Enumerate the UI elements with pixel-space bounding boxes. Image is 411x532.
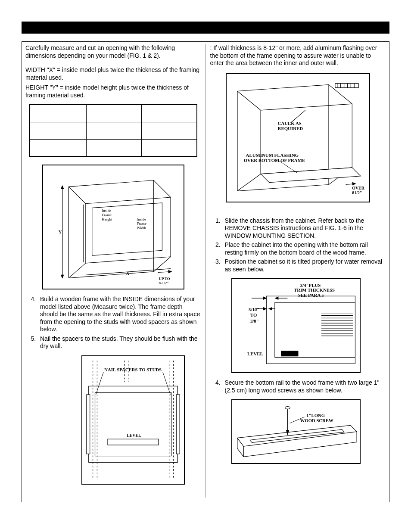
svg-rect-15 [89,386,178,462]
svg-rect-38 [275,302,355,358]
svg-rect-16 [95,392,171,456]
svg-text:3/4"PLUSTRIM THICKNESSSEE PARA: 3/4"PLUSTRIM THICKNESSSEE PARA 5 [294,283,335,298]
r-step-4: Secure the bottom rail to the wood frame… [222,379,386,394]
right-steps-b: Secure the bottom rail to the wood frame… [210,379,386,396]
figure-tilt-level: 3/4"PLUSTRIM THICKNESSSEE PARA 5 5/16"TO… [231,278,361,373]
svg-rect-25 [335,83,358,87]
figure-frame-isometric: Y X InsideFrameHeight InsideFrameWidth U… [42,165,184,289]
step-5: Nail the spacers to the studs. They shou… [37,335,201,350]
right-column: : If wall thickness is 8-12" or more, ad… [210,44,386,498]
right-steps-a: Slide the chassis from the cabinet. Refe… [210,217,386,275]
r-step-3: Position the cabinet so it is tilted pro… [222,258,386,273]
svg-text:CAULK ASREQUIRED: CAULK ASREQUIRED [277,121,303,131]
width-def: WIDTH "X" = inside model plus twice the … [25,66,201,81]
left-column: Carefully measure and cut an opening wit… [25,44,201,498]
svg-text:OVER81/2": OVER81/2" [352,186,364,195]
r-step-1: Slide the chassis from the cabinet. Refe… [222,217,386,240]
svg-point-58 [285,407,290,409]
svg-rect-49 [281,351,298,356]
svg-text:InsideFrameWidth: InsideFrameWidth [137,217,146,230]
svg-text:LEVEL: LEVEL [127,433,141,438]
svg-rect-18 [87,395,90,454]
figure-aluminum-flashing: CAULK ASREQUIRED ALUMINUM FLASHINGOVER B… [226,73,370,202]
height-def: HEIGHT "Y" = inside model height plus tw… [25,84,201,99]
step-4: Build a wooden frame with the INSIDE dim… [37,296,201,333]
svg-text:LEVEL: LEVEL [248,351,264,356]
dimensions-table [29,104,197,157]
svg-text:Y: Y [59,229,62,234]
section-header-bar [22,22,389,34]
left-steps: Build a wooden frame with the INSIDE dim… [25,296,201,352]
content-box: Carefully measure and cut an opening wit… [22,41,389,502]
svg-text:UP TO8-1/2": UP TO8-1/2" [159,277,170,285]
flashing-note: : If wall thickness is 8-12" or more, ad… [210,44,386,67]
figure-nail-spacers: NAIL SPACERS TO STUDS LEVEL [81,355,185,485]
svg-text:ALUMINUM FLASHINGOVER BOTTOM O: ALUMINUM FLASHINGOVER BOTTOM OF FRAME [243,152,305,163]
svg-text:NAIL SPACERS TO STUDS: NAIL SPACERS TO STUDS [104,367,162,372]
svg-text:X: X [126,271,129,276]
svg-text:InsideFrameHeight: InsideFrameHeight [102,208,112,221]
figure-wood-screw: 1"LONGWOOD SCREW [231,399,361,464]
svg-rect-17 [108,439,159,445]
svg-text:1"LONGWOOD SCREW: 1"LONGWOOD SCREW [300,413,333,423]
column-divider [206,44,206,498]
r-step-2: Place the cabinet into the opening with … [222,241,386,256]
svg-text:5/16"TO3/8": 5/16"TO3/8" [249,307,260,324]
intro-measure: Carefully measure and cut an opening wit… [25,44,201,59]
svg-rect-19 [176,395,180,454]
